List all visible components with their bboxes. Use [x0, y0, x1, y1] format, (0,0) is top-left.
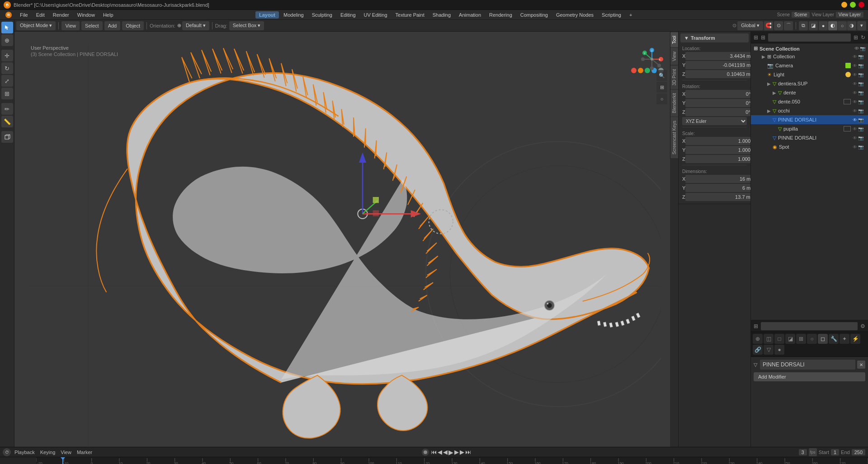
close-button[interactable]: [859, 2, 864, 8]
prop-scene-icon[interactable]: ⊕: [753, 334, 763, 344]
light-eye[interactable]: 👁: [853, 72, 857, 77]
jump-start-button[interactable]: ⏮: [431, 449, 437, 455]
outliner-sync-icon[interactable]: ↻: [861, 34, 865, 41]
menu-scripting[interactable]: Scripting: [598, 11, 625, 19]
menu-edit[interactable]: Edit: [33, 11, 48, 19]
menu-geometry-nodes[interactable]: Geometry Nodes: [552, 11, 597, 19]
tool-annotate[interactable]: ✏: [1, 103, 13, 115]
tool-rotate[interactable]: ↻: [1, 62, 13, 74]
col-render[interactable]: 📷: [858, 54, 863, 59]
proportional-editing[interactable]: ⊙: [774, 21, 783, 30]
pupilla-render[interactable]: 📷: [858, 127, 863, 131]
tool-move[interactable]: ✛: [1, 50, 13, 61]
timeline-clock-icon[interactable]: ⏱: [3, 448, 11, 456]
current-frame-display[interactable]: 3: [799, 449, 807, 455]
rendered-shade-btn[interactable]: ○: [838, 21, 847, 30]
step-fwd-2-button[interactable]: ▶: [460, 449, 464, 455]
menu-add-workspace[interactable]: +: [626, 11, 636, 19]
pd2-eye[interactable]: 👁: [853, 136, 857, 141]
viewport-options[interactable]: ▾: [857, 21, 866, 30]
menu-layout-active[interactable]: Layout: [255, 11, 279, 19]
cam-render[interactable]: 📷: [858, 63, 863, 68]
outliner-item-occhi[interactable]: ▶ ▽ occhi 👁 📷: [751, 106, 868, 115]
outliner-options-icon[interactable]: ⊞: [854, 34, 858, 41]
prop-particles-icon[interactable]: ✦: [840, 334, 849, 344]
object-menu[interactable]: Object: [122, 21, 144, 30]
dim-y-input[interactable]: [685, 184, 750, 192]
rot-y-input[interactable]: [685, 99, 750, 107]
marker-menu[interactable]: Marker: [75, 449, 94, 455]
jump-end-button[interactable]: ⏭: [465, 449, 471, 455]
loc-y-input[interactable]: [685, 61, 750, 69]
orientation-dropdown[interactable]: Default ▾: [182, 21, 209, 30]
side-tab-screencast[interactable]: Screencast Keys: [670, 117, 678, 158]
transform-panel-header[interactable]: ▼ Transform: [680, 33, 749, 42]
properties-search-input[interactable]: [761, 322, 858, 330]
menu-modeling[interactable]: Modeling: [280, 11, 307, 19]
navigation-gizmo[interactable]: X Y Z: [640, 47, 664, 71]
outliner-item-pinne-dorsali-active[interactable]: ▽ PINNE DORSALI 👁 📷: [751, 115, 868, 124]
pd2-render[interactable]: 📷: [858, 136, 863, 141]
prop-scene2-icon[interactable]: ⊞: [796, 334, 806, 344]
euler-mode-select[interactable]: XYZ Euler: [682, 117, 747, 125]
material-shade-btn[interactable]: ◐: [828, 21, 837, 30]
cam-eye[interactable]: 👁: [853, 63, 857, 68]
overlays-btn[interactable]: ⧉: [799, 21, 808, 30]
snapping-toggle[interactable]: 🧲: [764, 21, 773, 30]
outliner-view-icon[interactable]: ⊞: [754, 34, 758, 41]
solid-shade-btn[interactable]: ●: [819, 21, 828, 30]
drag-select-dropdown[interactable]: Select Box ▾: [229, 21, 264, 30]
view-perspective-btn[interactable]: ⊞: [656, 82, 667, 93]
outliner-item-dente[interactable]: ▶ ▽ dente 👁 📷: [751, 88, 868, 97]
occhi-eye[interactable]: 👁: [853, 108, 857, 113]
prop-data-icon[interactable]: ▽: [764, 345, 774, 355]
object-close-btn[interactable]: ✕: [857, 361, 865, 369]
outliner-item-dente-050[interactable]: ▽ dente.050 👁 📷: [751, 97, 868, 106]
menu-editing[interactable]: Editing: [337, 11, 359, 19]
menu-render[interactable]: Render: [49, 11, 73, 19]
start-frame-input[interactable]: 1: [831, 449, 839, 455]
prop-world-icon[interactable]: ○: [807, 334, 817, 344]
minimize-button[interactable]: [841, 2, 847, 8]
step-back-2-button[interactable]: ◀: [443, 449, 448, 455]
eevee-shade-btn[interactable]: ◑: [847, 21, 856, 30]
menu-window[interactable]: Window: [74, 11, 99, 19]
col-eye[interactable]: 👁: [853, 54, 857, 59]
tool-measure[interactable]: 📏: [1, 116, 13, 127]
outliner-filter-icon[interactable]: ⊞: [761, 34, 765, 41]
loc-x-input[interactable]: [685, 52, 750, 60]
prop-modifiers-icon[interactable]: 🔧: [829, 334, 839, 344]
pupilla-eye[interactable]: 👁: [853, 127, 857, 131]
menu-blender[interactable]: B: [2, 10, 15, 19]
add-modifier-button[interactable]: Add Modifier: [754, 372, 865, 381]
timeline-view-menu[interactable]: View: [59, 449, 73, 455]
menu-uv-editing[interactable]: UV Editing: [360, 11, 391, 19]
menu-animation[interactable]: Animation: [455, 11, 485, 19]
play-button[interactable]: ▶: [448, 449, 453, 456]
menu-file[interactable]: File: [16, 11, 32, 19]
proportional-falloff[interactable]: ⌒: [784, 21, 793, 30]
pd-eye[interactable]: 👁: [853, 117, 857, 122]
dim-x-input[interactable]: [685, 175, 750, 183]
select-menu[interactable]: Select: [81, 21, 103, 30]
spot-eye[interactable]: 👁: [853, 145, 857, 150]
overlay-mode-btn[interactable]: ◪: [809, 21, 818, 30]
dente050-eye[interactable]: 👁: [853, 99, 857, 104]
vis-render[interactable]: 📷: [860, 46, 865, 51]
vis-eye[interactable]: 👁: [854, 46, 859, 51]
timeline-track[interactable]: -20 -10 0 10 20 30 40 50 60 70: [0, 457, 868, 464]
maximize-button[interactable]: [850, 2, 856, 8]
pd-render[interactable]: 📷: [858, 117, 863, 122]
prop-options-icon[interactable]: ⚙: [860, 323, 865, 329]
viewport-3d[interactable]: User Perspective (3) Scene Collection | …: [14, 32, 670, 447]
menu-rendering[interactable]: Rendering: [486, 11, 516, 19]
menu-help[interactable]: Help: [99, 11, 117, 19]
prop-object-icon[interactable]: ◻: [818, 334, 828, 344]
add-menu[interactable]: Add: [104, 21, 121, 30]
view-local-btn[interactable]: ○: [656, 94, 667, 104]
outliner-item-light[interactable]: ☀ Light 👁 📷: [751, 70, 868, 79]
loc-z-input[interactable]: [685, 70, 750, 78]
rot-z-input[interactable]: [685, 108, 750, 116]
prop-material-icon[interactable]: ●: [774, 345, 784, 355]
object-name-input[interactable]: [760, 360, 855, 370]
